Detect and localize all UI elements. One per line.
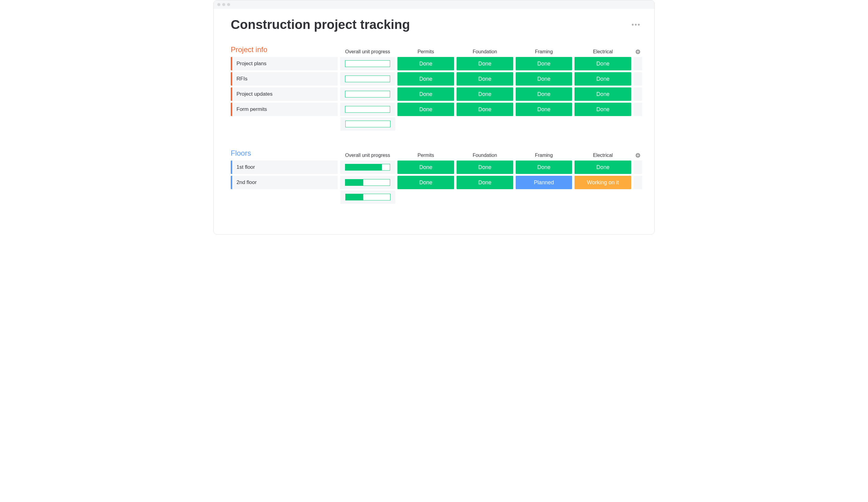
group-floors: FloorsOverall unit progressPermitsFounda…	[231, 149, 642, 204]
column-header-permits[interactable]: Permits	[397, 153, 454, 158]
status-cell[interactable]: Done	[456, 176, 513, 189]
status-cell[interactable]: Working on it	[575, 176, 631, 189]
group-header: Project infoOverall unit progressPermits…	[231, 45, 642, 54]
group-rows: Project plansDoneDoneDoneDoneRFIsDoneDon…	[231, 57, 642, 116]
table-row: 2nd floorDoneDonePlannedWorking on it	[231, 176, 642, 189]
trailing-cell[interactable]	[634, 160, 642, 174]
page-header: Construction project tracking	[231, 17, 642, 32]
status-cell[interactable]: Done	[516, 57, 572, 70]
window-control-dot[interactable]	[217, 3, 220, 6]
progress-cell[interactable]	[340, 72, 395, 86]
progress-bar	[345, 121, 390, 127]
column-header-permits[interactable]: Permits	[397, 49, 454, 54]
status-cell[interactable]: Done	[516, 72, 572, 86]
progress-cell[interactable]	[340, 87, 395, 101]
column-header-framing[interactable]: Framing	[516, 49, 572, 54]
status-cell[interactable]: Planned	[516, 176, 572, 189]
progress-bar	[345, 164, 390, 170]
group-rows: 1st floorDoneDoneDoneDone2nd floorDoneDo…	[231, 160, 642, 189]
trailing-cell[interactable]	[634, 57, 642, 70]
status-cell[interactable]: Done	[456, 87, 513, 101]
group-header: FloorsOverall unit progressPermitsFounda…	[231, 149, 642, 158]
progress-fill	[345, 194, 363, 200]
window-control-dot[interactable]	[227, 3, 230, 6]
status-cell[interactable]: Done	[397, 176, 454, 189]
status-cell[interactable]: Done	[575, 160, 631, 174]
group-project-info: Project infoOverall unit progressPermits…	[231, 45, 642, 131]
status-cell[interactable]: Done	[397, 103, 454, 116]
trailing-cell[interactable]	[634, 87, 642, 101]
status-cell[interactable]: Done	[397, 87, 454, 101]
progress-cell[interactable]	[340, 103, 395, 116]
progress-bar	[345, 179, 390, 186]
summary-spacer	[231, 117, 338, 131]
progress-cell[interactable]	[340, 176, 395, 189]
summary-spacer	[231, 190, 338, 204]
row-name-cell[interactable]: Project updates	[231, 87, 338, 101]
column-header-foundation[interactable]: Foundation	[456, 49, 513, 54]
status-cell[interactable]: Done	[516, 103, 572, 116]
row-name-cell[interactable]: RFIs	[231, 72, 338, 86]
status-cell[interactable]: Done	[456, 57, 513, 70]
progress-cell[interactable]	[340, 57, 395, 70]
svg-rect-5	[637, 155, 639, 156]
row-name-cell[interactable]: 2nd floor	[231, 176, 338, 189]
status-cell[interactable]: Done	[456, 160, 513, 174]
table-row: 1st floorDoneDoneDoneDone	[231, 160, 642, 174]
row-name-cell[interactable]: Project plans	[231, 57, 338, 70]
column-header-framing[interactable]: Framing	[516, 153, 572, 158]
status-cell[interactable]: Done	[516, 87, 572, 101]
table-row: Project updatesDoneDoneDoneDone	[231, 87, 642, 101]
status-cell[interactable]: Done	[456, 103, 513, 116]
progress-bar	[345, 60, 390, 67]
status-cell[interactable]: Done	[397, 72, 454, 86]
column-header-progress[interactable]: Overall unit progress	[340, 49, 395, 54]
window-titlebar	[214, 0, 654, 9]
plus-icon	[635, 153, 641, 158]
trailing-cell[interactable]	[634, 72, 642, 86]
trailing-cell[interactable]	[634, 176, 642, 189]
row-name-cell[interactable]: Form permits	[231, 103, 338, 116]
group-title[interactable]: Floors	[231, 149, 338, 158]
status-cell[interactable]: Done	[575, 87, 631, 101]
progress-bar	[345, 91, 390, 97]
add-column-button[interactable]	[634, 153, 642, 158]
table-row: RFIsDoneDoneDoneDone	[231, 72, 642, 86]
status-cell[interactable]: Done	[397, 160, 454, 174]
trailing-cell[interactable]	[634, 103, 642, 116]
progress-bar	[345, 194, 390, 200]
plus-icon	[635, 49, 641, 54]
column-header-foundation[interactable]: Foundation	[456, 153, 513, 158]
app-window: Construction project tracking Project in…	[213, 0, 655, 234]
column-header-progress[interactable]: Overall unit progress	[340, 153, 395, 158]
group-title[interactable]: Project info	[231, 45, 338, 54]
row-name-cell[interactable]: 1st floor	[231, 160, 338, 174]
status-cell[interactable]: Done	[516, 160, 572, 174]
table-row: Form permitsDoneDoneDoneDone	[231, 103, 642, 116]
add-column-button[interactable]	[634, 49, 642, 54]
column-header-electrical[interactable]: Electrical	[575, 153, 631, 158]
svg-rect-2	[637, 52, 639, 52]
window-control-dot[interactable]	[222, 3, 225, 6]
more-options-button[interactable]	[632, 24, 642, 25]
progress-bar	[345, 75, 390, 82]
status-cell[interactable]: Done	[456, 72, 513, 86]
progress-fill	[345, 164, 382, 170]
status-cell[interactable]: Done	[575, 72, 631, 86]
column-header-electrical[interactable]: Electrical	[575, 49, 631, 54]
status-cell[interactable]: Done	[397, 57, 454, 70]
summary-progress-cell[interactable]	[340, 117, 395, 131]
board-content: Construction project tracking Project in…	[214, 9, 654, 234]
progress-bar	[345, 106, 390, 113]
page-title: Construction project tracking	[231, 17, 410, 32]
status-cell[interactable]: Done	[575, 57, 631, 70]
progress-cell[interactable]	[340, 160, 395, 174]
group-summary-row	[231, 190, 642, 204]
progress-fill	[345, 179, 363, 186]
status-cell[interactable]: Done	[575, 103, 631, 116]
group-summary-row	[231, 117, 642, 131]
summary-progress-cell[interactable]	[340, 190, 395, 204]
table-row: Project plansDoneDoneDoneDone	[231, 57, 642, 70]
